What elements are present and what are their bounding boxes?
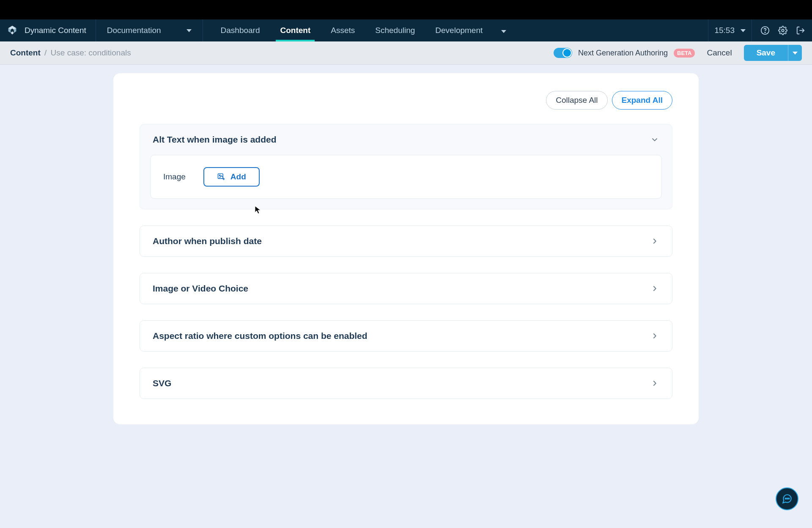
section-title: SVG: [153, 378, 171, 388]
section-header[interactable]: Aspect ratio where custom options can be…: [140, 321, 672, 351]
section-title: Image or Video Choice: [153, 283, 248, 294]
section-header[interactable]: Alt Text when image is added: [140, 124, 672, 155]
expand-collapse-controls: Collapse All Expand All: [140, 91, 672, 110]
nga-toggle-group: Next Generation Authoring BETA: [554, 48, 695, 58]
header-right: 15:53: [708, 19, 812, 41]
help-icon[interactable]: [760, 26, 770, 35]
content-card: Collapse All Expand All Alt Text when im…: [113, 73, 699, 424]
svg-point-2: [782, 29, 784, 32]
brand-name: Dynamic Content: [25, 26, 86, 35]
toggle-knob: [562, 48, 572, 58]
section-aspect-ratio: Aspect ratio where custom options can be…: [140, 320, 672, 352]
section-header[interactable]: SVG: [140, 368, 672, 399]
brand-cell: Dynamic Content: [0, 19, 96, 41]
nav-scheduling[interactable]: Scheduling: [365, 19, 425, 41]
chevron-right-icon: [650, 236, 659, 246]
collapse-all-button[interactable]: Collapse All: [546, 91, 607, 110]
hub-selector-dropdown[interactable]: Documentation: [96, 19, 203, 41]
nav-assets[interactable]: Assets: [321, 19, 365, 41]
save-button-group: Save: [744, 45, 802, 61]
chevron-down-icon: [793, 52, 798, 55]
time-selector[interactable]: 15:53: [708, 19, 752, 41]
add-button-label: Add: [230, 172, 246, 182]
section-author: Author when publish date: [140, 226, 672, 257]
sub-header: Content / Use case: conditionals Next Ge…: [0, 41, 812, 65]
macos-blackbar: [0, 0, 812, 19]
cancel-button[interactable]: Cancel: [702, 48, 736, 58]
subheader-actions: Next Generation Authoring BETA Cancel Sa…: [554, 45, 802, 61]
section-alt-text: Alt Text when image is added Image Add: [140, 124, 672, 209]
nga-label: Next Generation Authoring: [578, 49, 668, 58]
svg-point-8: [785, 498, 786, 499]
svg-point-9: [787, 498, 787, 499]
section-image-video: Image or Video Choice: [140, 273, 672, 304]
breadcrumb-separator: /: [43, 48, 48, 57]
primary-nav: Dashboard Content Assets Scheduling Deve…: [203, 19, 515, 41]
section-header[interactable]: Image or Video Choice: [140, 273, 672, 304]
nav-more-dropdown[interactable]: [493, 26, 515, 35]
brand-logo-icon: [6, 24, 19, 37]
chevron-right-icon: [650, 379, 659, 388]
time-label: 15:53: [714, 26, 735, 35]
app-header: Dynamic Content Documentation Dashboard …: [0, 19, 812, 41]
section-title: Alt Text when image is added: [153, 135, 277, 145]
nav-dashboard[interactable]: Dashboard: [211, 19, 270, 41]
beta-badge: BETA: [674, 49, 695, 58]
nga-toggle[interactable]: [554, 48, 572, 58]
settings-icon[interactable]: [778, 26, 787, 35]
breadcrumb-current: Use case: conditionals: [51, 48, 131, 57]
hub-selector-label: Documentation: [107, 26, 161, 35]
svg-point-10: [788, 498, 789, 499]
section-svg: SVG: [140, 368, 672, 399]
breadcrumb: Content / Use case: conditionals: [10, 48, 131, 58]
chevron-down-icon: [501, 30, 506, 33]
field-label: Image: [163, 172, 186, 182]
nav-development[interactable]: Development: [425, 19, 493, 41]
chevron-right-icon: [650, 284, 659, 293]
chevron-down-icon: [650, 135, 659, 144]
save-dropdown-button[interactable]: [788, 45, 802, 61]
chat-support-button[interactable]: [776, 487, 798, 510]
chevron-down-icon: [741, 29, 746, 32]
chevron-down-icon: [187, 29, 192, 32]
image-add-icon: [217, 173, 225, 181]
section-header[interactable]: Author when publish date: [140, 226, 672, 256]
field-image: Image Add: [150, 155, 662, 199]
svg-point-5: [219, 175, 220, 176]
section-title: Author when publish date: [153, 236, 262, 246]
expand-all-button[interactable]: Expand All: [612, 91, 672, 110]
add-image-button[interactable]: Add: [203, 167, 260, 187]
save-button[interactable]: Save: [744, 45, 788, 61]
section-title: Aspect ratio where custom options can be…: [153, 331, 368, 341]
nav-content[interactable]: Content: [270, 19, 321, 41]
svg-point-1: [765, 32, 765, 33]
logout-icon[interactable]: [796, 26, 805, 35]
chevron-right-icon: [650, 331, 659, 341]
breadcrumb-root[interactable]: Content: [10, 48, 41, 57]
